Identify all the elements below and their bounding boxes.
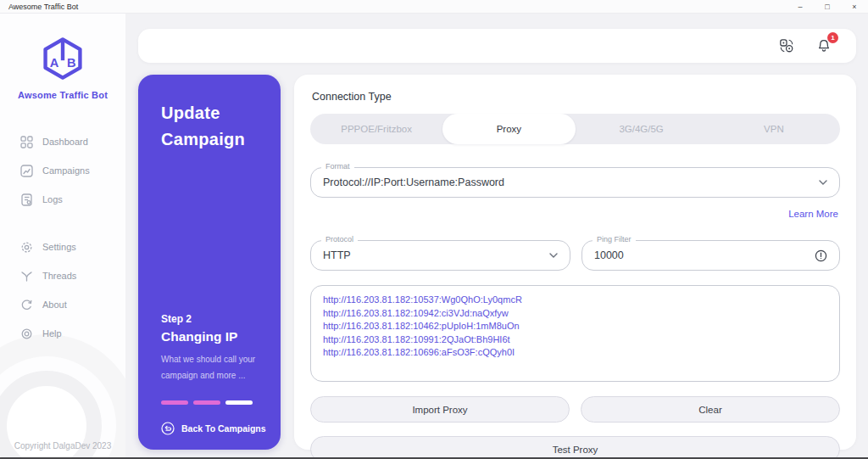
sidebar-item-label: Threads [42, 271, 76, 281]
svg-text:B: B [67, 56, 76, 70]
ping-filter-field: Ping Filter [581, 240, 840, 271]
sidebar-item-label: Dashboard [42, 137, 88, 147]
help-icon [20, 327, 33, 340]
ping-filter-input[interactable] [594, 249, 815, 261]
sidebar-item-label: Settings [42, 242, 76, 252]
notification-badge: 1 [827, 32, 838, 43]
sidebar-nav: Dashboard Campaigns [0, 127, 125, 348]
proxy-entry: http://116.203.81.182:10537:Wg0QhO:Ly0qm… [323, 294, 827, 307]
ip-exchange-icon[interactable] [778, 37, 795, 54]
chevron-down-icon [819, 180, 827, 185]
format-label: Format [321, 162, 354, 171]
sidebar-item-dashboard[interactable]: Dashboard [0, 127, 125, 156]
atb-logo-icon: A B [40, 36, 86, 81]
format-select[interactable]: Format Protocol://IP:Port:Username:Passw… [310, 167, 840, 198]
chevron-down-icon [549, 253, 558, 258]
sidebar-item-label: Help [42, 328, 62, 339]
wizard-title: Update Campaign [138, 75, 257, 153]
proxy-list-textarea[interactable]: http://116.203.81.182:10537:Wg0QhO:Ly0qm… [310, 285, 840, 382]
brand-name: Awsome Traffic Bot [0, 90, 125, 100]
sidebar-item-settings[interactable]: Settings [0, 232, 125, 261]
step-label: Step 2 [161, 313, 267, 325]
sidebar-item-about[interactable]: About [0, 290, 125, 319]
protocol-label: Protocol [321, 235, 358, 243]
dashboard-icon [20, 136, 33, 148]
about-icon [20, 299, 33, 311]
progress-bar [161, 400, 188, 405]
threads-icon [20, 270, 33, 283]
sidebar-item-label: Logs [42, 194, 63, 204]
clear-button[interactable]: Clear [581, 396, 840, 423]
window-controls: – □ × [787, 0, 868, 13]
tab-3g4g5g[interactable]: 3G/4G/5G [576, 114, 708, 144]
notification-bell-icon[interactable]: 1 [815, 37, 832, 54]
proxy-entry: http://116.203.81.182:10462:pUpIoH:1mM8u… [323, 320, 827, 333]
top-header-bar: 1 [138, 29, 856, 63]
tab-proxy[interactable]: Proxy [442, 114, 575, 144]
sidebar-item-label: Campaigns [42, 165, 90, 176]
proxy-entry: http://116.203.81.182:10942:ci3VJd:naQxf… [323, 307, 827, 321]
import-proxy-button[interactable]: Import Proxy [310, 396, 570, 423]
logs-icon [20, 193, 33, 206]
sidebar-item-help[interactable]: Help [0, 319, 125, 348]
sidebar-item-campaigns[interactable]: Campaigns [0, 156, 125, 185]
copyright-text: Copyright DalgaDev 2023 [0, 441, 125, 451]
learn-more-link[interactable]: Learn More [788, 209, 838, 219]
step-description: What we should call your campaign and mo… [161, 352, 259, 383]
sidebar-item-label: About [42, 299, 67, 310]
ping-filter-label: Ping Filter [593, 235, 636, 243]
sidebar: A B Awsome Traffic Bot Dashboard [0, 14, 125, 457]
app-logo: A B [39, 36, 86, 81]
maximize-button[interactable]: □ [814, 0, 841, 13]
sidebar-item-threads[interactable]: Threads [0, 261, 125, 290]
proxy-entry: http://116.203.81.182:10991:2QJaOt:Bh9HI… [323, 333, 827, 347]
back-to-campaigns-button[interactable]: Back To Campaigns [161, 422, 267, 435]
settings-icon [20, 241, 33, 254]
svg-text:A: A [50, 56, 59, 70]
back-icon [161, 422, 175, 435]
connection-type-tabs: PPPOE/Fritzbox Proxy 3G/4G/5G VPN [310, 114, 840, 144]
protocol-value: HTTP [323, 249, 549, 261]
progress-bar [225, 400, 253, 405]
titlebar: Awesome Traffic Bot – □ × [0, 0, 868, 14]
wizard-panel: Update Campaign Step 2 Changing IP What … [138, 75, 281, 450]
progress-indicator [161, 400, 267, 405]
main-panel: Connection Type PPPOE/Fritzbox Proxy 3G/… [294, 75, 856, 450]
progress-bar [193, 400, 220, 405]
campaigns-icon [20, 165, 33, 177]
protocol-select[interactable]: Protocol HTTP [310, 240, 570, 271]
close-button[interactable]: × [841, 0, 868, 13]
tab-pppoe-fritzbox[interactable]: PPPOE/Fritzbox [310, 114, 442, 144]
step-title: Changing IP [161, 329, 267, 344]
tab-vpn[interactable]: VPN [708, 114, 840, 144]
proxy-entry: http://116.203.81.182:10696:aFsO3F:cQQyh… [323, 346, 827, 360]
test-proxy-button[interactable]: Test Proxy [310, 436, 840, 459]
info-icon[interactable] [815, 249, 827, 262]
section-title: Connection Type [312, 91, 840, 103]
format-value: Protocol://IP:Port:Username:Password [323, 176, 819, 188]
minimize-button[interactable]: – [787, 0, 814, 13]
back-to-campaigns-label: Back To Campaigns [181, 423, 266, 434]
sidebar-item-logs[interactable]: Logs [0, 185, 125, 214]
window-title: Awesome Traffic Bot [0, 3, 78, 11]
app-window: Awesome Traffic Bot – □ × A B Awsome Tra… [0, 0, 868, 459]
